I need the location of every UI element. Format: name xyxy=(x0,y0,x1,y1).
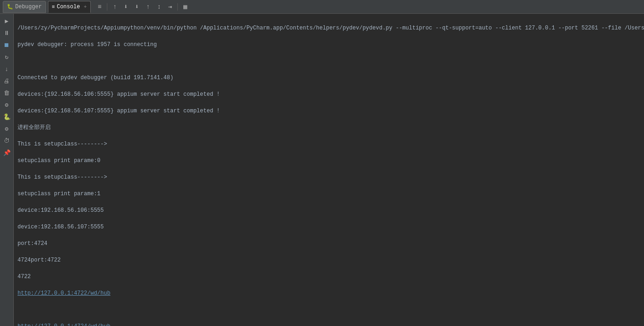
tab-debugger-label: Debugger xyxy=(15,4,42,10)
output-line-2: pydev debugger: process 1957 is connecti… xyxy=(18,41,640,49)
sidebar-rerun-icon[interactable]: ↻ xyxy=(1,52,12,63)
sidebar-pause-icon[interactable]: ⏸ xyxy=(1,28,12,39)
output-line-13: device:192.168.56.107:5555 xyxy=(18,223,640,231)
sidebar-print-icon[interactable]: 🖨 xyxy=(1,76,12,87)
output-line-12: device:192.168.56.106:5555 xyxy=(18,206,640,215)
console-output[interactable]: /Users/zy/PycharmProjects/Appiumpython/v… xyxy=(14,14,644,326)
toolbar-step-out-icon[interactable]: ↑ xyxy=(143,2,153,12)
tab-console-label: Console xyxy=(57,4,80,10)
main-layout: ▶ ⏸ ⏹ ↻ ↓ 🖨 🗑 ⚙ 🐍 ⚙ ⏱ 📌 /Users/zy/Pychar… xyxy=(0,14,644,326)
output-line-16: 4722 xyxy=(18,273,640,281)
console-tab-add[interactable]: + xyxy=(84,4,87,10)
sidebar-python-icon[interactable]: 🐍 xyxy=(1,111,12,122)
toolbar-menu-icon[interactable]: ≡ xyxy=(94,2,105,12)
left-sidebar: ▶ ⏸ ⏹ ↻ ↓ 🖨 🗑 ⚙ 🐍 ⚙ ⏱ 📌 xyxy=(0,14,14,326)
tab-debugger[interactable]: 🐛 Debugger xyxy=(3,1,46,13)
toolbar-step-into-icon[interactable]: ⬇ xyxy=(132,2,142,12)
output-line-19: http://127.0.0.1:4724/wd/hub xyxy=(18,322,640,326)
toolbar-settings-icon[interactable]: ▦ xyxy=(180,2,190,12)
toolbar-restore-icon[interactable]: ↑ xyxy=(110,2,120,12)
output-line-18 xyxy=(18,306,640,314)
output-line-10: This is setupclass--------> xyxy=(18,173,640,181)
toolbar-run-to-cursor-icon[interactable]: ↕ xyxy=(154,2,164,12)
sidebar-step-down-icon[interactable]: ↓ xyxy=(1,64,12,75)
output-line-15: 4724port:4722 xyxy=(18,256,640,264)
link-4722[interactable]: http://127.0.0.1:4722/wd/hub xyxy=(18,290,111,297)
output-line-11: setupclass print parame:1 xyxy=(18,190,640,198)
toolbar-sep-1 xyxy=(107,3,107,11)
output-line-17: http://127.0.0.1:4722/wd/hub xyxy=(18,289,640,297)
sidebar-run-icon[interactable]: ▶ xyxy=(1,16,12,27)
sidebar-settings-icon[interactable]: ⚙ xyxy=(1,99,12,111)
output-line-7: 进程全部开启 xyxy=(18,123,640,132)
tab-console[interactable]: ≡ Console + xyxy=(48,1,91,13)
tab-strip: 🐛 Debugger ≡ Console + xyxy=(3,1,91,13)
toolbar-icons: ≡ ↑ ⬇ ⬇ ↑ ↕ ⇥ ▦ xyxy=(94,2,190,12)
output-line-3 xyxy=(18,57,640,65)
sidebar-clock-icon[interactable]: ⏱ xyxy=(1,135,12,146)
toolbar-sep-2 xyxy=(177,3,178,11)
output-line-6: devices:{192.168.56.107:5555} appium ser… xyxy=(18,107,640,115)
bug-icon: 🐛 xyxy=(7,4,13,10)
top-bar: 🐛 Debugger ≡ Console + ≡ ↑ ⬇ ⬇ ↑ ↕ ⇥ ▦ xyxy=(0,0,644,14)
output-line-14: port:4724 xyxy=(18,239,640,248)
output-line-5: devices:{192.168.56.106:5555} appium ser… xyxy=(18,90,640,99)
link-4724[interactable]: http://127.0.0.1:4724/wd/hub xyxy=(18,323,111,326)
output-line-8: This is setupclass--------> xyxy=(18,140,640,148)
sidebar-pin-icon[interactable]: 📌 xyxy=(1,147,12,158)
sidebar-stop-icon[interactable]: ⏹ xyxy=(1,40,12,51)
sidebar-delete-icon[interactable]: 🗑 xyxy=(1,87,12,99)
console-tab-icon: ≡ xyxy=(52,4,55,10)
output-line-4: Connected to pydev debugger (build 191.7… xyxy=(18,74,640,82)
output-line-9: setupclass print parame:0 xyxy=(18,157,640,165)
toolbar-step-over-icon[interactable]: ⬇ xyxy=(121,2,131,12)
output-line-1: /Users/zy/PycharmProjects/Appiumpython/v… xyxy=(18,24,640,32)
sidebar-config-icon[interactable]: ⚙ xyxy=(1,123,12,134)
toolbar-evaluate-icon[interactable]: ⇥ xyxy=(165,2,175,12)
